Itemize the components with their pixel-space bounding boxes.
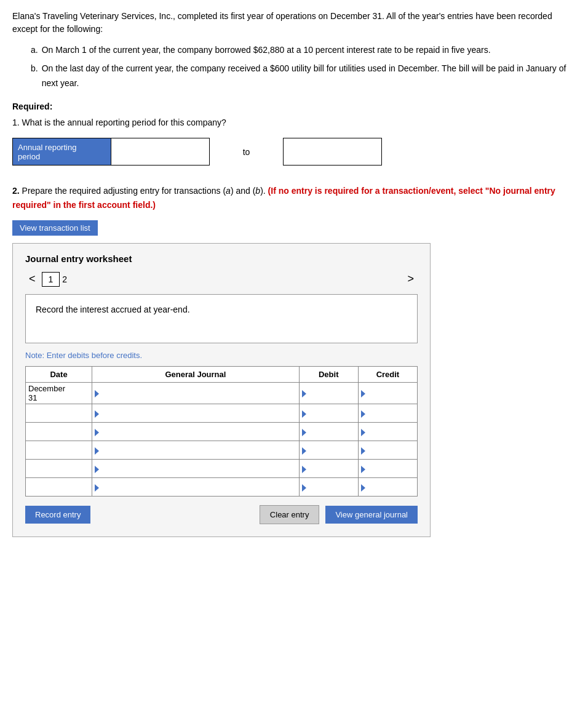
triangle-icon — [302, 410, 306, 418]
journal-gj-cell[interactable] — [92, 460, 300, 478]
journal-title: Journal entry worksheet — [25, 253, 418, 264]
list-item-b: b. On the last day of the current year, … — [31, 62, 576, 91]
triangle-icon — [302, 447, 306, 455]
journal-note: Note: Enter debits before credits. — [25, 351, 418, 360]
journal-gj-cell[interactable] — [92, 383, 300, 404]
list-item-a: a. On March 1 of the current year, the c… — [31, 43, 576, 58]
item-a-label: a. — [31, 43, 38, 58]
journal-date-cell[interactable] — [26, 441, 92, 460]
prev-page-button[interactable]: < — [25, 271, 39, 287]
question-2-section: 2. Prepare the required adjusting entry … — [12, 184, 576, 212]
date-from-input[interactable] — [116, 141, 204, 162]
journal-gj-cell[interactable] — [92, 404, 300, 423]
journal-debit-cell[interactable] — [299, 460, 358, 478]
journal-date-cell[interactable] — [26, 478, 92, 497]
triangle-icon — [95, 466, 99, 473]
table-row — [26, 478, 418, 497]
annual-reporting-label: Annual reportingperiod — [13, 138, 111, 166]
journal-debit-cell[interactable] — [299, 404, 358, 423]
triangle-icon — [95, 429, 99, 436]
item-b-label: b. — [31, 62, 38, 91]
triangle-icon — [361, 410, 365, 418]
intro-paragraph: Elana's Traveling Veterinary Services, I… — [12, 10, 576, 36]
annual-reporting-input1[interactable] — [111, 138, 210, 166]
item-a-text: On March 1 of the current year, the comp… — [42, 43, 491, 58]
journal-date-cell[interactable] — [26, 460, 92, 478]
page-1-indicator[interactable]: 1 — [42, 272, 60, 287]
table-row — [26, 460, 418, 478]
journal-container: Journal entry worksheet < 1 2 > Record t… — [12, 243, 431, 537]
triangle-icon — [361, 390, 365, 397]
table-row: December31 — [26, 383, 418, 404]
table-row — [26, 441, 418, 460]
journal-nav-row: < 1 2 > — [25, 271, 418, 287]
triangle-icon — [361, 466, 365, 473]
page-2-indicator[interactable]: 2 — [62, 274, 67, 284]
next-page-button[interactable]: > — [403, 271, 418, 287]
table-row — [26, 404, 418, 423]
triangle-icon — [95, 410, 99, 418]
journal-credit-cell[interactable] — [358, 404, 417, 423]
journal-date-cell[interactable] — [26, 423, 92, 441]
journal-credit-cell[interactable] — [358, 383, 417, 404]
triangle-icon — [302, 390, 306, 397]
annual-reporting-input2[interactable] — [284, 138, 382, 166]
date-to-input[interactable] — [288, 141, 376, 162]
journal-credit-cell[interactable] — [358, 460, 417, 478]
journal-description: Record the interest accrued at year-end. — [25, 294, 418, 343]
journal-credit-cell[interactable] — [358, 478, 417, 497]
triangle-icon — [361, 484, 365, 492]
table-row — [26, 423, 418, 441]
journal-debit-cell[interactable] — [299, 441, 358, 460]
view-general-journal-button[interactable]: View general journal — [325, 506, 418, 524]
journal-gj-cell[interactable] — [92, 478, 300, 497]
journal-debit-cell[interactable] — [299, 478, 358, 497]
triangle-icon — [302, 466, 306, 473]
journal-gj-cell[interactable] — [92, 441, 300, 460]
triangle-icon — [361, 447, 365, 455]
col-header-debit: Debit — [299, 367, 358, 383]
journal-table: Date General Journal Debit Credit Decemb… — [25, 366, 418, 497]
triangle-icon — [302, 484, 306, 492]
triangle-icon — [95, 390, 99, 397]
journal-gj-cell[interactable] — [92, 423, 300, 441]
col-header-date: Date — [26, 367, 92, 383]
triangle-icon — [95, 447, 99, 455]
journal-credit-cell[interactable] — [358, 423, 417, 441]
to-label: to — [210, 138, 284, 166]
triangle-icon — [361, 429, 365, 436]
journal-debit-cell[interactable] — [299, 423, 358, 441]
required-label: Required: — [12, 102, 576, 111]
clear-entry-button[interactable]: Clear entry — [260, 505, 320, 524]
question-2-text: Prepare the required adjusting entry for… — [22, 186, 268, 196]
triangle-icon — [302, 429, 306, 436]
view-transaction-button[interactable]: View transaction list — [12, 220, 98, 236]
journal-date-cell[interactable] — [26, 404, 92, 423]
journal-credit-cell[interactable] — [358, 441, 417, 460]
col-header-credit: Credit — [358, 367, 417, 383]
question-2-number: 2. — [12, 186, 20, 196]
col-header-gj: General Journal — [92, 367, 300, 383]
journal-button-row: Record entry Clear entry View general jo… — [25, 505, 418, 524]
question-1-text: 1. What is the annual reporting period f… — [12, 116, 576, 129]
journal-date-cell[interactable]: December31 — [26, 383, 92, 404]
annual-reporting-table: Annual reportingperiod to — [12, 138, 382, 166]
record-entry-button[interactable]: Record entry — [25, 506, 90, 524]
journal-debit-cell[interactable] — [299, 383, 358, 404]
triangle-icon — [95, 484, 99, 492]
item-b-text: On the last day of the current year, the… — [42, 62, 576, 91]
